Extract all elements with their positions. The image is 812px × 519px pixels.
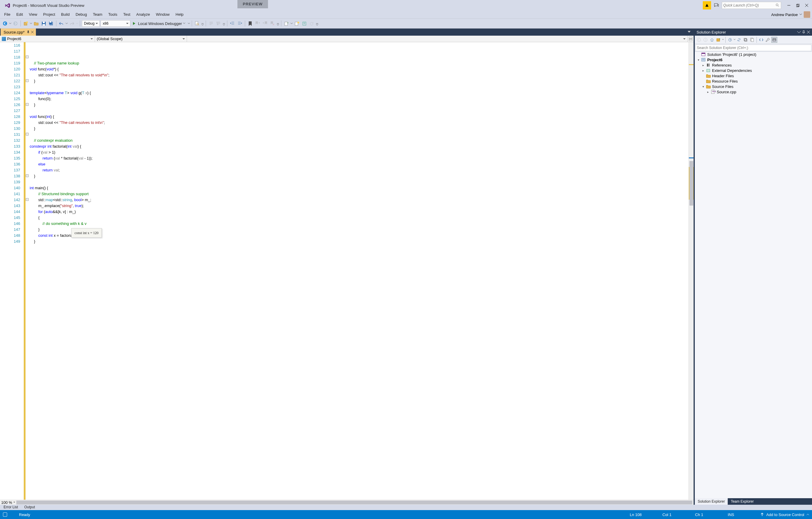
fold-toggle[interactable]: − — [26, 56, 28, 58]
quick-launch-input[interactable] — [723, 3, 776, 7]
close-button[interactable] — [803, 2, 810, 9]
increase-indent-button[interactable] — [236, 20, 243, 27]
tree-node[interactable]: ▸External Dependencies — [695, 68, 812, 73]
chevron-down-icon[interactable] — [9, 23, 11, 25]
chevron-up-icon[interactable] — [807, 514, 809, 515]
notifications-button[interactable] — [703, 1, 711, 9]
new-project-button[interactable] — [23, 20, 29, 27]
publish-icon[interactable] — [760, 513, 764, 517]
fold-toggle[interactable]: − — [26, 174, 28, 177]
class-wizard-button[interactable] — [301, 20, 308, 27]
menu-file[interactable]: File — [1, 11, 13, 19]
zoom-level[interactable]: 100 % — [1, 500, 15, 505]
chevron-down-icon[interactable] — [722, 39, 724, 40]
close-icon[interactable] — [807, 30, 810, 34]
fold-toggle[interactable]: − — [26, 133, 28, 135]
pending-changes-filter-button[interactable] — [727, 37, 733, 43]
tab-error-list[interactable]: Error List — [1, 505, 21, 510]
split-editor-button[interactable] — [688, 36, 694, 42]
auto-hide-icon[interactable] — [802, 30, 806, 34]
menu-test[interactable]: Test — [120, 11, 133, 19]
menu-project[interactable]: Project — [40, 11, 58, 19]
chevron-down-icon[interactable] — [291, 23, 293, 25]
nav-back-button[interactable] — [2, 20, 8, 27]
menu-edit[interactable]: Edit — [13, 11, 26, 19]
menu-window[interactable]: Window — [153, 11, 172, 19]
collapse-all-button[interactable] — [743, 37, 749, 43]
tree-node[interactable]: Solution 'Project6' (1 project) — [695, 52, 812, 57]
member-combo[interactable] — [187, 36, 688, 42]
quick-launch[interactable] — [722, 2, 781, 9]
toolbar-overflow-icon[interactable] — [277, 21, 279, 26]
solution-explorer-search-input[interactable] — [695, 45, 811, 51]
tree-node[interactable]: ▸++Source.cpp — [695, 89, 812, 94]
menu-help[interactable]: Help — [173, 11, 187, 19]
solution-platform-select[interactable]: x86 — [100, 20, 130, 27]
comment-button[interactable] — [208, 20, 214, 27]
add-class-button[interactable] — [293, 20, 300, 27]
fold-toggle[interactable]: − — [26, 198, 28, 201]
preview-selected-button[interactable] — [771, 37, 777, 43]
chevron-down-icon[interactable] — [188, 23, 190, 25]
signed-in-user[interactable]: Andrew Pardoe — [771, 12, 798, 17]
active-files-dropdown[interactable] — [688, 30, 692, 34]
tree-node[interactable]: ▸References — [695, 62, 812, 68]
undo-button[interactable] — [58, 20, 65, 27]
menu-build[interactable]: Build — [58, 11, 73, 19]
save-all-button[interactable] — [48, 20, 54, 27]
tab-team-explorer[interactable]: Team Explorer — [728, 498, 756, 505]
code-surface[interactable]: // Two-phase name lookupvoid func(void*)… — [30, 42, 689, 500]
toolbar-overflow-icon[interactable] — [316, 21, 318, 26]
outlining-margin[interactable]: −−−−−− — [26, 42, 30, 500]
tree-node[interactable]: ▾Source Files — [695, 84, 812, 89]
maximize-button[interactable] — [794, 2, 801, 9]
tab-solution-explorer[interactable]: Solution Explorer — [695, 498, 728, 505]
view-code-button[interactable] — [758, 37, 764, 43]
solution-explorer-search[interactable] — [695, 44, 812, 52]
find-in-files-button[interactable] — [194, 20, 200, 27]
solution-config-select[interactable]: Debug — [82, 20, 100, 27]
toolbar-overflow-icon[interactable] — [223, 21, 225, 26]
horizontal-scrollbar[interactable] — [16, 500, 692, 504]
chevron-down-icon[interactable] — [734, 39, 735, 40]
menu-view[interactable]: View — [26, 11, 40, 19]
chevron-down-icon[interactable] — [800, 13, 802, 16]
source-control-link[interactable]: Add to Source Control — [766, 513, 804, 517]
window-position-icon[interactable] — [797, 30, 801, 34]
vertical-scrollbar[interactable] — [689, 42, 694, 500]
chevron-down-icon[interactable] — [30, 23, 32, 25]
save-button[interactable] — [40, 20, 47, 27]
tree-node[interactable]: Resource Files — [695, 78, 812, 84]
menu-debug[interactable]: Debug — [73, 11, 90, 19]
open-file-button[interactable] — [33, 20, 39, 27]
bookmark-button[interactable] — [247, 20, 254, 27]
sync-button[interactable] — [736, 37, 742, 43]
user-avatar[interactable] — [804, 11, 810, 18]
project-combo[interactable]: Project6 — [0, 36, 95, 42]
toolbar-overflow-icon[interactable] — [201, 21, 204, 26]
uncomment-button[interactable] — [215, 20, 222, 27]
close-icon[interactable] — [31, 30, 34, 34]
start-debugging-button[interactable]: Local Windows Debugger — [131, 20, 187, 27]
tab-output[interactable]: Output — [21, 505, 38, 510]
file-tab-source-cpp[interactable]: Source.cpp* — [1, 29, 36, 36]
show-all-files-button[interactable] — [749, 37, 755, 43]
solution-explorer-header[interactable]: Solution Explorer — [695, 29, 812, 36]
properties-button[interactable] — [765, 37, 771, 43]
feedback-button[interactable] — [712, 1, 721, 9]
scope-button[interactable] — [716, 37, 722, 43]
menu-tools[interactable]: Tools — [105, 11, 120, 19]
solution-tree[interactable]: Solution 'Project6' (1 project)▾Project6… — [695, 52, 812, 498]
menu-team[interactable]: Team — [90, 11, 105, 19]
pin-icon[interactable] — [26, 30, 30, 34]
fold-toggle[interactable]: − — [26, 79, 28, 82]
home-button[interactable] — [709, 37, 715, 43]
decrease-indent-button[interactable] — [229, 20, 236, 27]
code-editor[interactable]: 1161171181191201211221231241251261271281… — [0, 42, 694, 500]
scope-combo[interactable]: (Global Scope) — [95, 36, 187, 42]
fold-toggle[interactable]: − — [26, 103, 28, 106]
menu-analyze[interactable]: Analyze — [133, 11, 153, 19]
chevron-down-icon[interactable] — [66, 23, 68, 25]
new-item-button[interactable] — [283, 20, 290, 27]
tree-node[interactable]: ▾Project6 — [695, 57, 812, 62]
